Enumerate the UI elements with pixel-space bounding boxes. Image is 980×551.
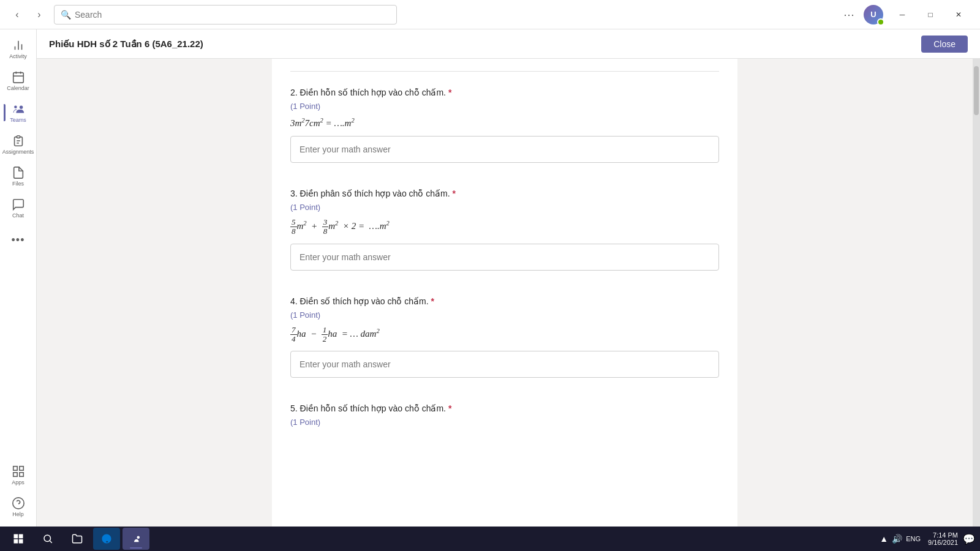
sidebar-label-apps: Apps (12, 479, 24, 485)
question-3-title: 3. Điền phân số thích hợp vào chỗ chấm. … (290, 187, 719, 200)
question-5-number: 5 (290, 403, 295, 413)
quiz-container: 2. Điền hỗn số thích hợp vào chỗ chấm. *… (37, 59, 980, 527)
file-explorer-button[interactable] (64, 528, 91, 550)
fraction-7-4: 74 (290, 326, 297, 344)
question-4-block: 4. Điền số thích hợp vào chỗ chấm. * (1 … (290, 295, 719, 383)
windows-icon (13, 533, 24, 544)
taskbar-right: ▲ 🔊 ENG 7:14 PM 9/16/2021 💬 (880, 531, 975, 546)
sidebar-item-more[interactable]: ••• (4, 225, 33, 255)
question-2-text: Điền hỗn số thích hợp vào chỗ chấm. (300, 88, 446, 97)
svg-rect-6 (13, 467, 17, 470)
question-4-math: 74ha − 12ha = … dam2 (290, 326, 719, 344)
search-bar[interactable]: 🔍 (54, 5, 397, 24)
sidebar-item-activity[interactable]: Activity (4, 34, 33, 64)
close-assignment-button[interactable]: Close (921, 36, 968, 53)
question-4-points: (1 Point) (290, 310, 719, 320)
scrollbar-thumb[interactable] (974, 66, 979, 115)
taskbar-system-icons: ▲ 🔊 ENG (880, 534, 923, 544)
svg-point-10 (12, 498, 23, 509)
fraction-3-8: 38 (322, 218, 329, 236)
sidebar-label-help: Help (12, 511, 24, 517)
question-3-points: (1 Point) (290, 203, 719, 212)
svg-rect-7 (19, 467, 23, 470)
avatar[interactable]: U (864, 5, 883, 24)
more-icon: ••• (12, 234, 25, 247)
search-taskbar-button[interactable] (34, 528, 61, 550)
taskbar-notification-icon[interactable]: 💬 (963, 533, 975, 545)
back-button[interactable]: ‹ (7, 5, 27, 24)
sidebar-item-teams[interactable]: Teams (4, 98, 33, 127)
taskbar: ▲ 🔊 ENG 7:14 PM 9/16/2021 💬 (0, 527, 980, 551)
quiz-inner: 2. Điền hỗn số thích hợp vào chỗ chấm. *… (272, 59, 737, 527)
taskbar-volume-icon: 🔊 (892, 534, 902, 544)
sidebar-label-chat: Chat (12, 212, 24, 219)
minimize-button[interactable]: ─ (888, 5, 916, 24)
sidebar-label-activity: Activity (9, 53, 27, 59)
quiz-scroll[interactable]: 2. Điền hỗn số thích hợp vào chỗ chấm. *… (37, 59, 973, 527)
svg-rect-15 (19, 539, 23, 544)
window-close-button[interactable]: ✕ (944, 5, 973, 24)
fraction-1-2: 12 (322, 326, 328, 344)
question-3-block: 3. Điền phân số thích hợp vào chỗ chấm. … (290, 187, 719, 276)
question-3-text: Điền phân số thích hợp vào chỗ chấm. (300, 189, 450, 198)
chat-icon (12, 198, 25, 211)
sidebar-item-assignments[interactable]: Assignments (4, 130, 33, 159)
search-input[interactable] (75, 10, 390, 20)
question-4-input[interactable] (290, 351, 719, 378)
taskbar-datetime: 7:14 PM 9/16/2021 (928, 531, 958, 546)
question-5-required: * (448, 403, 451, 413)
question-2-input[interactable] (290, 136, 719, 163)
titlebar: ‹ › 🔍 ⋯ U ─ □ ✕ (0, 0, 980, 29)
search-icon: 🔍 (61, 10, 71, 20)
sidebar-item-apps[interactable]: Apps (4, 460, 33, 490)
taskbar-edge-app[interactable] (93, 528, 120, 550)
question-5-title: 5. Điền hỗn số thích hợp vào chỗ chấm. * (290, 402, 719, 415)
question-2-title: 2. Điền hỗn số thích hợp vào chỗ chấm. * (290, 86, 719, 99)
question-3-input[interactable] (290, 244, 719, 271)
question-5-text: Điền hỗn số thích hợp vào chỗ chấm. (300, 403, 446, 413)
sidebar-item-chat[interactable]: Chat (4, 193, 33, 223)
titlebar-left: ‹ › 🔍 (7, 5, 397, 24)
taskbar-network-icon: ▲ (880, 534, 888, 544)
maximize-button[interactable]: □ (916, 5, 944, 24)
more-options-button[interactable]: ⋯ (839, 5, 859, 24)
question-5-block: 5. Điền hỗn số thích hợp vào chỗ chấm. *… (290, 402, 719, 438)
taskbar-teams-app[interactable] (123, 528, 149, 550)
taskbar-left (5, 528, 149, 550)
sidebar-item-help[interactable]: Help (4, 492, 33, 522)
folder-icon (72, 533, 83, 544)
sidebar-label-files: Files (12, 181, 24, 187)
svg-rect-0 (13, 73, 23, 83)
files-icon (12, 166, 25, 179)
question-5-points: (1 Point) (290, 418, 719, 427)
svg-rect-12 (14, 534, 18, 539)
teams-icon (12, 102, 25, 116)
sidebar-label-assignments: Assignments (2, 149, 34, 155)
sidebar-item-calendar[interactable]: Calendar (4, 66, 33, 96)
taskbar-time-value: 7:14 PM (928, 531, 958, 539)
assignment-header: Phiếu HDH số 2 Tuần 6 (5A6_21.22) Close (37, 29, 980, 59)
assignments-icon (12, 134, 25, 148)
question-4-number: 4 (290, 296, 295, 306)
question-2-number: 2 (290, 88, 295, 97)
forward-button[interactable]: › (29, 5, 49, 24)
help-icon (12, 497, 25, 510)
nav-buttons: ‹ › (7, 5, 49, 24)
question-4-required: * (431, 296, 434, 306)
svg-rect-8 (19, 473, 23, 476)
titlebar-right: ⋯ U ─ □ ✕ (839, 5, 973, 24)
avatar-status-badge (877, 18, 884, 26)
question-2-required: * (448, 88, 451, 97)
scrollbar-track[interactable] (973, 59, 980, 527)
calendar-icon (12, 70, 25, 84)
taskbar-language: ENG (906, 535, 921, 542)
sidebar-label-teams: Teams (10, 117, 26, 123)
question-3-math: 58m2 + 38m2 × 2 = ….m2 (290, 218, 719, 236)
sidebar-label-calendar: Calendar (7, 85, 29, 91)
svg-point-16 (44, 535, 51, 542)
main-layout: Activity Calendar Teams Assignments (0, 29, 980, 527)
apps-icon (12, 465, 25, 478)
sidebar-item-files[interactable]: Files (4, 162, 33, 191)
svg-line-17 (50, 541, 51, 542)
start-button[interactable] (5, 528, 32, 550)
